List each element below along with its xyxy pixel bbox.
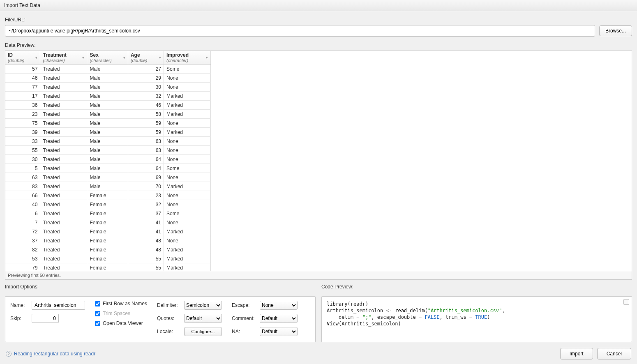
escape-select[interactable]: None — [260, 301, 298, 310]
cancel-button[interactable]: Cancel — [597, 348, 631, 359]
import-button[interactable]: Import — [560, 348, 593, 359]
table-cell: Treated — [40, 209, 87, 218]
copy-code-icon[interactable] — [623, 299, 629, 305]
table-row: 72TreatedFemale41Marked — [5, 227, 211, 236]
table-cell: 55 — [128, 263, 164, 272]
table-row: 82TreatedFemale48Marked — [5, 245, 211, 254]
table-row: 5TreatedMale64Some — [5, 164, 211, 173]
column-type-dropdown-icon[interactable]: ▾ — [82, 55, 84, 60]
table-cell: None — [164, 137, 210, 146]
table-cell: None — [164, 119, 210, 128]
table-cell: 79 — [5, 263, 40, 272]
table-cell: Marked — [164, 245, 210, 254]
table-cell: 63 — [128, 146, 164, 155]
table-cell: 70 — [128, 182, 164, 191]
open-data-viewer-checkbox[interactable]: Open Data Viewer — [95, 320, 147, 326]
table-row: 83TreatedMale70Marked — [5, 182, 211, 191]
first-row-checkbox[interactable]: First Row as Names — [95, 301, 147, 306]
column-header-age[interactable]: Age(double)▾ — [128, 51, 164, 65]
data-preview-table[interactable]: ID(double)▾Treatment(character)▾Sex(char… — [5, 51, 632, 271]
file-url-input[interactable] — [5, 25, 595, 37]
table-cell: Male — [87, 74, 128, 83]
table-row: 40TreatedFemale32None — [5, 200, 211, 209]
table-cell: 5 — [5, 164, 40, 173]
browse-button[interactable]: Browse... — [599, 25, 632, 36]
table-cell: None — [164, 83, 210, 92]
table-cell: 63 — [128, 137, 164, 146]
table-cell: 82 — [5, 245, 40, 254]
table-cell: Treated — [40, 236, 87, 245]
table-cell: Male — [87, 182, 128, 191]
locale-configure-button[interactable]: Configure... — [184, 327, 222, 336]
table-row: 57TreatedMale27Some — [5, 65, 211, 74]
table-cell: Treated — [40, 191, 87, 200]
escape-label: Escape: — [232, 302, 257, 308]
quotes-select[interactable]: Default — [184, 314, 222, 323]
table-cell: Some — [164, 65, 210, 74]
table-cell: 40 — [5, 200, 40, 209]
table-cell: Male — [87, 173, 128, 182]
table-row: 36TreatedMale46Marked — [5, 101, 211, 110]
table-row: 63TreatedMale69None — [5, 173, 211, 182]
name-input[interactable] — [32, 301, 85, 310]
table-cell: 64 — [128, 155, 164, 164]
table-cell: 23 — [5, 110, 40, 119]
trim-spaces-checkbox[interactable]: Trim Spaces — [95, 311, 147, 316]
table-cell: 55 — [128, 254, 164, 263]
column-type-dropdown-icon[interactable]: ▾ — [159, 55, 161, 60]
column-header-treatment[interactable]: Treatment(character)▾ — [40, 51, 87, 65]
skip-input[interactable] — [32, 314, 59, 323]
quotes-label: Quotes: — [157, 316, 182, 321]
table-cell: Female — [87, 200, 128, 209]
table-row: 23TreatedMale58Marked — [5, 110, 211, 119]
code-preview-text[interactable]: library(readr) Arthritis_semicolon <- re… — [327, 301, 627, 327]
table-cell: None — [164, 191, 210, 200]
table-cell: Male — [87, 164, 128, 173]
help-link[interactable]: ? Reading rectangular data using readr — [6, 351, 95, 357]
table-cell: Male — [87, 65, 128, 74]
column-header-improved[interactable]: Improved(character)▾ — [164, 51, 210, 65]
table-cell: Treated — [40, 263, 87, 272]
table-cell: Male — [87, 128, 128, 137]
table-cell: 32 — [128, 200, 164, 209]
table-cell: 6 — [5, 209, 40, 218]
table-cell: 83 — [5, 182, 40, 191]
delimiter-select[interactable]: Semicolon — [184, 301, 222, 310]
table-row: 53TreatedFemale55Marked — [5, 254, 211, 263]
table-row: 46TreatedMale29None — [5, 74, 211, 83]
table-cell: Female — [87, 236, 128, 245]
table-cell: Treated — [40, 101, 87, 110]
table-cell: 77 — [5, 83, 40, 92]
column-header-id[interactable]: ID(double)▾ — [5, 51, 40, 65]
table-cell: 75 — [5, 119, 40, 128]
table-row: 39TreatedMale59Marked — [5, 128, 211, 137]
column-type-dropdown-icon[interactable]: ▾ — [206, 55, 208, 60]
code-preview-label: Code Preview: — [321, 284, 632, 290]
column-type-dropdown-icon[interactable]: ▾ — [123, 55, 125, 60]
table-cell: Treated — [40, 245, 87, 254]
table-cell: 55 — [5, 146, 40, 155]
table-row: 37TreatedFemale48None — [5, 236, 211, 245]
preview-footer: Previewing first 50 entries. — [5, 271, 632, 280]
table-cell: Female — [87, 218, 128, 227]
window-title: Import Text Data — [0, 0, 637, 11]
table-cell: Some — [164, 209, 210, 218]
import-options-label: Import Options: — [5, 284, 316, 290]
table-cell: 69 — [128, 173, 164, 182]
table-cell: 7 — [5, 218, 40, 227]
column-header-sex[interactable]: Sex(character)▾ — [87, 51, 128, 65]
table-cell: Marked — [164, 227, 210, 236]
table-cell: 36 — [5, 101, 40, 110]
table-cell: 30 — [5, 155, 40, 164]
delimiter-label: Delimiter: — [157, 302, 182, 308]
table-cell: Male — [87, 137, 128, 146]
table-cell: Treated — [40, 155, 87, 164]
import-options-panel: Name: Skip: First Row as Names Trim Spac… — [5, 296, 316, 342]
na-select[interactable]: Default — [260, 327, 298, 336]
table-row: 17TreatedMale32Marked — [5, 92, 211, 101]
table-cell: None — [164, 173, 210, 182]
table-cell: 63 — [5, 173, 40, 182]
comment-select[interactable]: Default — [260, 314, 298, 323]
table-cell: 64 — [128, 164, 164, 173]
column-type-dropdown-icon[interactable]: ▾ — [35, 55, 37, 60]
